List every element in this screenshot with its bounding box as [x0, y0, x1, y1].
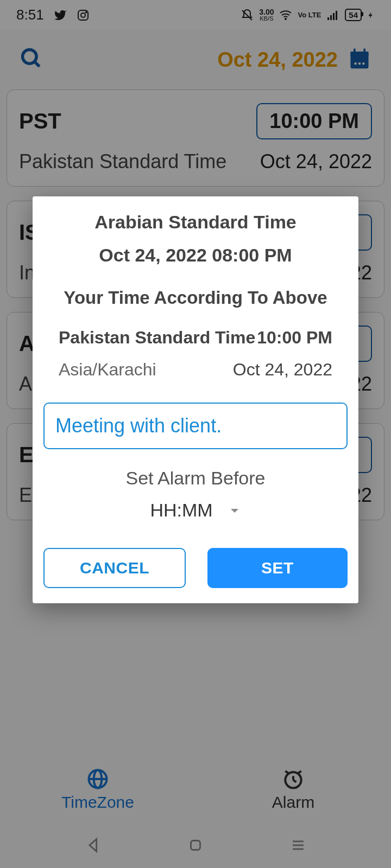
alarm-title-input[interactable] [43, 403, 348, 449]
dialog-your-date: Oct 24, 2022 [233, 360, 332, 380]
set-alarm-dialog: Arabian Standard Time Oct 24, 2022 08:00… [33, 196, 358, 603]
dialog-your-time: 10:00 PM [257, 328, 332, 348]
dialog-subheading: Your Time According To Above [43, 288, 348, 308]
modal-overlay[interactable]: Arabian Standard Time Oct 24, 2022 08:00… [0, 0, 391, 868]
alarm-offset-picker[interactable]: HH:MM [43, 500, 348, 521]
set-button[interactable]: SET [207, 548, 348, 588]
dialog-actions: CANCEL SET [43, 548, 348, 588]
dialog-your-timezone: Pakistan Standard Time [59, 328, 255, 348]
dialog-source-datetime: Oct 24, 2022 08:00 PM [43, 245, 348, 266]
chevron-down-icon [228, 504, 241, 517]
dialog-zone-id: Asia/Karachi [59, 360, 156, 380]
alarm-offset-value: HH:MM [150, 500, 212, 521]
dialog-source-timezone: Arabian Standard Time [43, 212, 348, 233]
cancel-button[interactable]: CANCEL [43, 548, 186, 588]
set-alarm-before-label: Set Alarm Before [43, 468, 348, 489]
